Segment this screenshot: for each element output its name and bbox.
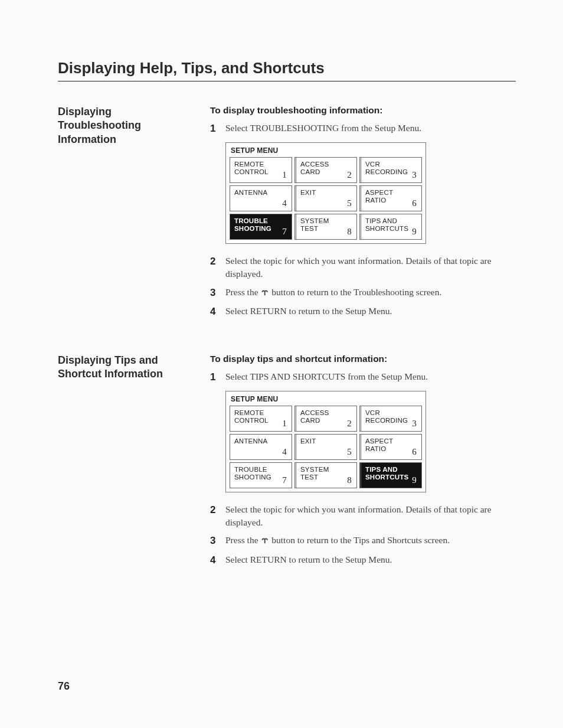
section-heading: Displaying Tips and Shortcut Information xyxy=(58,354,196,381)
menu-cell[interactable]: TIPS AND SHORTCUTS9 xyxy=(359,214,422,240)
step-number: 3 xyxy=(210,534,225,549)
menu-cell-label: VCR RECORDING xyxy=(365,409,417,426)
step-item: 4 Select RETURN to return to the Setup M… xyxy=(210,305,516,319)
step-number: 4 xyxy=(210,305,225,319)
menu-cell-number: 7 xyxy=(282,226,287,237)
menu-cell[interactable]: SYSTEM TEST8 xyxy=(294,462,357,488)
step-item: 3 Press the ⥾ button to return to the Ti… xyxy=(210,534,516,549)
section-tips-shortcuts: Displaying Tips and Shortcut Information… xyxy=(58,354,516,573)
step-text-part: Press the xyxy=(225,535,260,545)
instruction-heading: To display tips and shortcut information… xyxy=(210,354,516,364)
step-number: 4 xyxy=(210,553,225,568)
step-text-part: button to return to the Troubleshooting … xyxy=(269,287,441,297)
left-column: Displaying Tips and Shortcut Information xyxy=(58,354,210,573)
step-list: 2 Select the topic for which you want in… xyxy=(210,254,516,319)
menu-cell-label: SYSTEM TEST xyxy=(300,466,352,482)
step-list: 1 Select TIPS AND SHORTCUTS from the Set… xyxy=(210,370,516,385)
menu-cell-number: 5 xyxy=(347,198,352,208)
left-column: Displaying Troubleshooting Information xyxy=(58,105,210,324)
menu-cell[interactable]: TROUBLE SHOOTING7 xyxy=(230,462,292,488)
step-number: 1 xyxy=(210,370,225,385)
menu-cell-label: ANTENNA xyxy=(234,189,287,197)
menu-cell[interactable]: TIPS AND SHORTCUTS9 xyxy=(359,462,422,488)
step-text: Press the ⥾ button to return to the Trou… xyxy=(225,286,516,299)
menu-cell[interactable]: VCR RECORDING3 xyxy=(359,406,422,432)
menu-cell-label: VCR RECORDING xyxy=(365,161,417,177)
right-column: To display troubleshooting information: … xyxy=(210,105,516,324)
page-title: Displaying Help, Tips, and Shortcuts xyxy=(58,59,516,81)
step-item: 3 Press the ⥾ button to return to the Tr… xyxy=(210,286,516,301)
step-number: 1 xyxy=(210,122,225,136)
menu-cell-label: TROUBLE SHOOTING xyxy=(234,466,287,482)
menu-cell-label: REMOTE CONTROL xyxy=(234,409,287,426)
menu-cell-number: 8 xyxy=(347,475,352,485)
menu-cell[interactable]: TROUBLE SHOOTING7 xyxy=(230,214,292,240)
setup-menu-panel: SETUP MENU REMOTE CONTROL1ACCESS CARD2VC… xyxy=(225,142,426,244)
page-number: 76 xyxy=(58,680,70,693)
setup-menu-title: SETUP MENU xyxy=(230,145,422,157)
step-text: Select TIPS AND SHORTCUTS from the Setup… xyxy=(225,370,516,383)
menu-cell[interactable]: SYSTEM TEST8 xyxy=(294,214,357,240)
step-number: 3 xyxy=(210,286,225,301)
step-text-part: Press the xyxy=(225,287,260,297)
step-item: 2 Select the topic for which you want in… xyxy=(210,254,516,281)
step-text: Select RETURN to return to the Setup Men… xyxy=(225,305,516,318)
menu-cell-number: 9 xyxy=(412,226,417,237)
menu-cell-number: 1 xyxy=(282,169,287,180)
step-list: 2 Select the topic for which you want in… xyxy=(210,503,516,568)
step-number: 2 xyxy=(210,254,225,269)
instruction-heading: To display troubleshooting information: xyxy=(210,105,516,116)
menu-cell-number: 3 xyxy=(412,169,417,180)
step-text: Select TROUBLESHOOTING from the Setup Me… xyxy=(225,122,516,135)
menu-cell-label: ANTENNA xyxy=(234,438,287,446)
setup-menu-panel: SETUP MENU REMOTE CONTROL1ACCESS CARD2VC… xyxy=(225,391,426,492)
menu-cell-label: TIPS AND SHORTCUTS xyxy=(365,217,417,234)
menu-cell-number: 5 xyxy=(347,446,352,457)
menu-cell-number: 7 xyxy=(282,475,287,485)
menu-cell-label: EXIT xyxy=(300,438,352,446)
menu-cell-label: EXIT xyxy=(300,189,352,197)
step-text: Press the ⥾ button to return to the Tips… xyxy=(225,534,516,547)
menu-cell[interactable]: ASPECT RATIO6 xyxy=(359,434,422,460)
menu-cell-label: TIPS AND SHORTCUTS xyxy=(365,466,417,482)
setup-menu-grid: REMOTE CONTROL1ACCESS CARD2VCR RECORDING… xyxy=(230,406,422,488)
menu-cell-number: 3 xyxy=(412,418,417,429)
menu-cell[interactable]: REMOTE CONTROL1 xyxy=(230,406,292,432)
menu-cell[interactable]: VCR RECORDING3 xyxy=(359,157,422,183)
menu-cell[interactable]: ASPECT RATIO6 xyxy=(359,185,422,211)
menu-cell[interactable]: REMOTE CONTROL1 xyxy=(230,157,292,183)
menu-cell-number: 4 xyxy=(282,198,287,208)
step-number: 2 xyxy=(210,503,225,518)
menu-cell-label: ASPECT RATIO xyxy=(365,189,417,205)
menu-cell[interactable]: EXIT5 xyxy=(294,434,357,460)
step-item: 2 Select the topic for which you want in… xyxy=(210,503,516,530)
section-troubleshooting: Displaying Troubleshooting Information T… xyxy=(58,105,516,324)
section-heading: Displaying Troubleshooting Information xyxy=(58,105,196,146)
menu-cell-number: 6 xyxy=(412,446,417,457)
menu-cell-number: 9 xyxy=(412,475,417,485)
menu-cell-number: 8 xyxy=(347,226,352,237)
menu-cell-number: 1 xyxy=(282,418,287,429)
right-column: To display tips and shortcut information… xyxy=(210,354,516,573)
step-item: 1 Select TROUBLESHOOTING from the Setup … xyxy=(210,122,516,136)
menu-cell[interactable]: ACCESS CARD2 xyxy=(294,406,357,432)
menu-cell-number: 4 xyxy=(282,446,287,457)
step-text-part: button to return to the Tips and Shortcu… xyxy=(269,535,450,545)
setup-menu-title: SETUP MENU xyxy=(230,394,422,406)
menu-cell-label: REMOTE CONTROL xyxy=(234,161,287,177)
menu-cell[interactable]: ACCESS CARD2 xyxy=(294,157,357,183)
menu-cell-label: ACCESS CARD xyxy=(300,409,352,426)
menu-cell-label: ACCESS CARD xyxy=(300,161,352,177)
step-text: Select the topic for which you want info… xyxy=(225,503,516,530)
step-list: 1 Select TROUBLESHOOTING from the Setup … xyxy=(210,122,516,136)
menu-cell-label: ASPECT RATIO xyxy=(365,438,417,454)
enter-icon: ⥾ xyxy=(260,534,269,547)
menu-cell-label: SYSTEM TEST xyxy=(300,217,352,234)
menu-cell-number: 2 xyxy=(347,169,352,180)
menu-cell-number: 6 xyxy=(412,198,417,208)
step-item: 4 Select RETURN to return to the Setup M… xyxy=(210,553,516,568)
menu-cell[interactable]: ANTENNA4 xyxy=(230,185,292,211)
menu-cell[interactable]: EXIT5 xyxy=(294,185,357,211)
menu-cell[interactable]: ANTENNA4 xyxy=(230,434,292,460)
step-text: Select RETURN to return to the Setup Men… xyxy=(225,553,516,566)
